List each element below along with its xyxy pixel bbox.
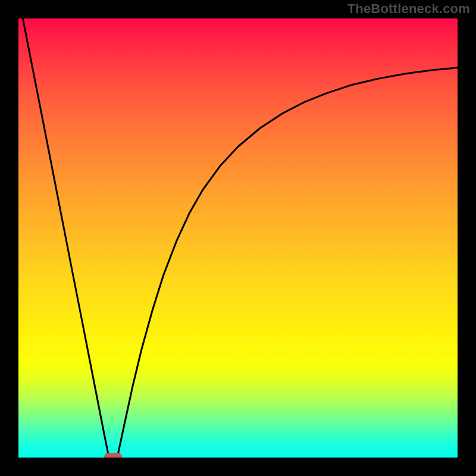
optimal-marker: [104, 453, 122, 458]
chart-frame: TheBottleneck.com: [0, 0, 476, 476]
watermark-text: TheBottleneck.com: [347, 1, 470, 17]
bottleneck-curve: [23, 18, 458, 458]
curve-svg: [18, 18, 458, 458]
plot-area: [18, 18, 458, 458]
